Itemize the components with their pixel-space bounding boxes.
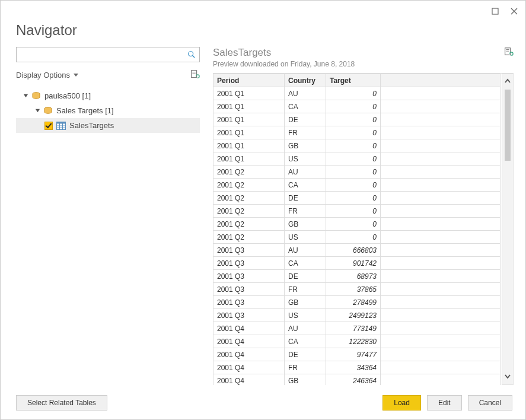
cell-country: AU	[285, 322, 326, 335]
cell-country: US	[285, 309, 326, 322]
preview-pane: SalesTargets Preview downloaded on Frida…	[200, 47, 514, 385]
table-row[interactable]: 2001 Q4AU773149	[213, 322, 501, 335]
column-header[interactable]: Target	[326, 74, 381, 87]
table-row[interactable]: 2001 Q2AU0	[213, 166, 501, 179]
table-row[interactable]: 2001 Q2DE0	[213, 192, 501, 205]
scroll-down-arrow[interactable]	[504, 373, 511, 381]
cell-country: DE	[285, 270, 326, 283]
cell-spacer	[381, 283, 501, 296]
dialog-header: Navigator	[1, 22, 525, 47]
display-options-dropdown[interactable]: Display Options	[16, 71, 78, 79]
vertical-scrollbar[interactable]	[502, 74, 514, 385]
cell-spacer	[381, 179, 501, 192]
cell-period: 2001 Q2	[213, 179, 285, 192]
select-related-tables-button[interactable]: Select Related Tables	[16, 395, 107, 411]
table-row[interactable]: 2001 Q4GB246364	[213, 374, 501, 386]
dialog-footer: Select Related Tables Load Edit Cancel	[1, 393, 525, 419]
table-row[interactable]: 2001 Q3CA901742	[213, 257, 501, 270]
cell-spacer	[381, 139, 501, 152]
cell-spacer	[381, 257, 501, 270]
database-icon	[31, 92, 41, 100]
cell-period: 2001 Q1	[213, 126, 285, 139]
table-row[interactable]: 2001 Q3AU666803	[213, 244, 501, 257]
edit-button[interactable]: Edit	[427, 395, 462, 411]
cell-country: CA	[285, 335, 326, 348]
table-row[interactable]: 2001 Q1DE0	[213, 113, 501, 126]
database-icon	[43, 107, 53, 115]
cell-spacer	[381, 126, 501, 139]
refresh-icon[interactable]	[189, 69, 200, 80]
load-button[interactable]: Load	[382, 395, 421, 411]
cell-target: 34364	[326, 361, 381, 374]
cell-country: US	[285, 231, 326, 244]
display-options-row: Display Options	[16, 67, 200, 82]
cell-period: 2001 Q3	[213, 270, 285, 283]
cell-target: 0	[326, 218, 381, 231]
cell-period: 2001 Q3	[213, 309, 285, 322]
cell-country: AU	[285, 87, 326, 100]
table-row[interactable]: 2001 Q3GB278499	[213, 296, 501, 309]
cell-spacer	[381, 231, 501, 244]
cell-period: 2001 Q1	[213, 100, 285, 113]
tree-node-table[interactable]: SalesTargets	[16, 118, 200, 133]
column-header-spacer	[381, 74, 501, 87]
table-row[interactable]: 2001 Q1GB0	[213, 139, 501, 152]
cell-period: 2001 Q1	[213, 139, 285, 152]
table-row[interactable]: 2001 Q4FR34364	[213, 361, 501, 374]
tree-node-folder[interactable]: Sales Targets [1]	[16, 103, 200, 118]
cell-country: US	[285, 152, 326, 166]
cell-period: 2001 Q4	[213, 374, 285, 386]
cell-period: 2001 Q2	[213, 192, 285, 205]
navigator-dialog: Navigator Display Options	[0, 0, 526, 420]
tree-node-database[interactable]: paulsa500 [1]	[16, 88, 200, 103]
maximize-button[interactable]	[491, 7, 499, 15]
dialog-title: Navigator	[16, 22, 510, 39]
cell-target: 2499123	[326, 309, 381, 322]
view-options-icon[interactable]	[503, 47, 514, 58]
table-row[interactable]: 2001 Q2US0	[213, 231, 501, 244]
search-icon[interactable]	[184, 47, 199, 62]
expand-collapse-icon[interactable]	[22, 93, 29, 98]
scroll-up-arrow[interactable]	[504, 78, 511, 86]
table-row[interactable]: 2001 Q3US2499123	[213, 309, 501, 322]
cancel-button[interactable]: Cancel	[468, 395, 512, 411]
cell-target: 0	[326, 179, 381, 192]
scrollbar-thumb[interactable]	[505, 90, 511, 161]
cell-target: 0	[326, 231, 381, 244]
table-row[interactable]: 2001 Q2CA0	[213, 179, 501, 192]
search-input[interactable]	[17, 47, 184, 62]
table-row[interactable]: 2001 Q3DE68973	[213, 270, 501, 283]
cell-spacer	[381, 192, 501, 205]
table-row[interactable]: 2001 Q4CA1222830	[213, 335, 501, 348]
table-row[interactable]: 2001 Q4DE97477	[213, 348, 501, 361]
tree-node-label: Sales Targets [1]	[56, 106, 114, 115]
cell-spacer	[381, 322, 501, 335]
cell-country: DE	[285, 192, 326, 205]
column-header[interactable]: Period	[213, 74, 285, 87]
table-row[interactable]: 2001 Q3FR37865	[213, 283, 501, 296]
table-checkbox[interactable]	[44, 122, 53, 130]
table-row[interactable]: 2001 Q2GB0	[213, 218, 501, 231]
table-row[interactable]: 2001 Q2FR0	[213, 205, 501, 218]
table-row[interactable]: 2001 Q1AU0	[213, 87, 501, 100]
search-box[interactable]	[16, 47, 200, 62]
table-row[interactable]: 2001 Q1CA0	[213, 100, 501, 113]
cell-country: DE	[285, 113, 326, 126]
cell-period: 2001 Q3	[213, 283, 285, 296]
preview-grid-scroll[interactable]: Period Country Target 2001 Q1AU02001 Q1C…	[213, 74, 501, 385]
cell-period: 2001 Q3	[213, 296, 285, 309]
navigator-left-pane: Display Options	[16, 47, 200, 385]
cell-target: 0	[326, 113, 381, 126]
cell-period: 2001 Q1	[213, 113, 285, 126]
expand-collapse-icon[interactable]	[34, 108, 41, 113]
cell-spacer	[381, 335, 501, 348]
preview-table: Period Country Target 2001 Q1AU02001 Q1C…	[213, 74, 501, 385]
svg-rect-9	[57, 122, 66, 123]
cell-country: GB	[285, 296, 326, 309]
column-header[interactable]: Country	[285, 74, 326, 87]
table-row[interactable]: 2001 Q1US0	[213, 152, 501, 166]
table-row[interactable]: 2001 Q1FR0	[213, 126, 501, 139]
svg-point-1	[189, 52, 193, 56]
cell-period: 2001 Q2	[213, 205, 285, 218]
close-button[interactable]	[510, 7, 518, 15]
